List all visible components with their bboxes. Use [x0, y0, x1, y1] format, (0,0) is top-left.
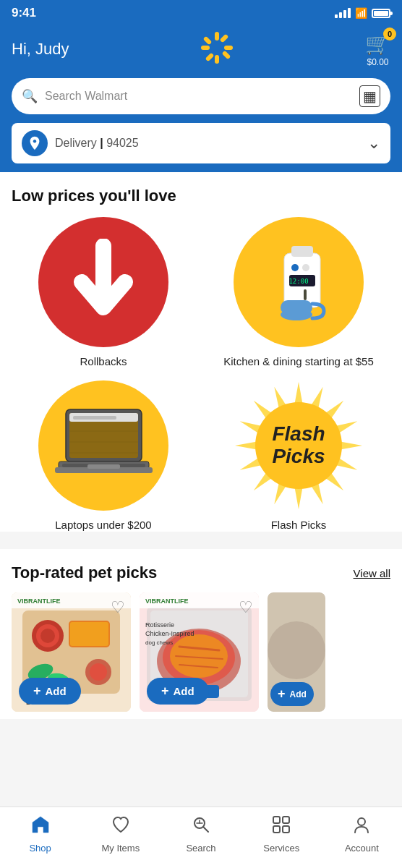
svg-point-14	[302, 264, 309, 271]
status-bar: 9:41 📶	[0, 0, 402, 25]
search-nav-icon	[191, 814, 211, 840]
account-icon	[351, 814, 372, 840]
svg-rect-4	[220, 34, 229, 43]
svg-point-77	[268, 621, 325, 679]
svg-text:VIBRANTLIFE: VIBRANTLIFE	[17, 597, 61, 605]
walmart-logo	[200, 30, 234, 68]
status-time: 9:41	[12, 6, 36, 20]
svg-rect-83	[283, 817, 289, 823]
battery-icon	[372, 9, 390, 18]
svg-rect-12	[304, 289, 307, 300]
nav-shop-label: Shop	[29, 843, 51, 854]
pet-picks-section: Top-rated pet picks View all	[0, 549, 402, 719]
chevron-down-icon[interactable]: ⌄	[367, 134, 380, 153]
svg-rect-1	[215, 55, 219, 64]
view-all-link[interactable]: View all	[354, 567, 390, 579]
svg-rect-24	[73, 416, 116, 420]
delivery-text: Delivery | 94025	[55, 137, 360, 150]
svg-point-56	[90, 663, 107, 681]
cart-price: $0.00	[367, 57, 388, 67]
flash-label-text: Flash Picks	[271, 518, 327, 532]
product-image-third: + Add	[268, 592, 325, 712]
nav-services[interactable]: Services	[241, 814, 322, 854]
svg-point-50	[40, 629, 55, 643]
kitchen-circle: 12:00	[234, 217, 364, 347]
search-bar[interactable]: 🔍 Search Walmart ▦	[12, 78, 390, 114]
greeting-text: Hi, Judy	[12, 40, 69, 59]
nav-shop[interactable]: Shop	[0, 814, 80, 854]
svg-rect-84	[273, 826, 280, 833]
search-container: 🔍 Search Walmart ▦	[0, 78, 402, 123]
nav-account-label: Account	[345, 843, 379, 854]
product-card-bark: VIBRANTLIFE Bark-uterie ♡ + Add	[12, 592, 131, 712]
header: Hi, Judy	[0, 25, 402, 78]
nav-myitems-label: My Items	[101, 843, 140, 854]
laptops-label: Laptops under $200	[55, 518, 151, 532]
svg-text:Chicken-Inspired: Chicken-Inspired	[145, 630, 194, 637]
search-placeholder[interactable]: Search Walmart	[45, 90, 352, 103]
svg-text:12:00: 12:00	[288, 278, 308, 285]
rollbacks-label: Rollbacks	[80, 354, 127, 369]
search-icon: 🔍	[22, 88, 38, 104]
svg-point-86	[358, 818, 365, 825]
add-button-bark[interactable]: + Add	[19, 678, 81, 705]
product-image-rotisserie: 6lb VIBRANTLIFE Rotisserie Chicken-Inspi…	[140, 592, 259, 712]
svg-rect-82	[273, 817, 280, 823]
signal-icon	[335, 8, 351, 18]
svg-rect-28	[87, 464, 120, 469]
product-card-third: + Add	[268, 592, 325, 712]
svg-rect-7	[222, 51, 231, 60]
svg-rect-0	[215, 32, 219, 41]
bottom-nav: Shop My Items Search	[0, 807, 402, 868]
delivery-icon	[22, 130, 48, 156]
svg-rect-2	[201, 46, 210, 50]
wishlist-button-rotisserie[interactable]: ♡	[239, 598, 253, 617]
add-button-third[interactable]: + Add	[270, 682, 314, 706]
nav-account[interactable]: Account	[322, 814, 402, 854]
laptops-circle	[38, 380, 168, 511]
promo-grid: Rollbacks	[12, 217, 390, 532]
svg-rect-5	[205, 53, 215, 62]
nav-services-label: Services	[263, 843, 299, 854]
nav-search-label: Search	[186, 843, 215, 854]
promo-flash[interactable]: FlashPicks Flash Picks	[207, 380, 390, 532]
wifi-icon: 📶	[355, 7, 367, 19]
flash-label: FlashPicks	[272, 423, 325, 468]
nav-myitems[interactable]: My Items	[80, 814, 161, 854]
svg-rect-6	[203, 36, 213, 46]
promo-kitchen[interactable]: 12:00 Kitchen & dining starting at $55	[207, 217, 390, 369]
pet-header: Top-rated pet picks View all	[12, 563, 390, 582]
svg-rect-85	[283, 826, 289, 833]
flash-circle: FlashPicks	[234, 380, 364, 511]
barcode-icon[interactable]: ▦	[359, 85, 380, 107]
nav-search[interactable]: Search	[161, 814, 241, 854]
add-button-rotisserie[interactable]: + Add	[147, 678, 209, 705]
shop-icon	[30, 814, 51, 840]
kitchen-label: Kitchen & dining starting at $55	[223, 354, 374, 369]
svg-rect-3	[224, 46, 233, 50]
main-content: Low prices you'll love Rollbacks	[0, 172, 402, 532]
product-card-rotisserie: 6lb VIBRANTLIFE Rotisserie Chicken-Inspi…	[140, 592, 259, 712]
svg-line-79	[203, 827, 208, 832]
svg-text:Rotisserie: Rotisserie	[145, 621, 174, 629]
heart-icon	[111, 814, 131, 840]
rollbacks-circle	[38, 217, 168, 347]
status-icons: 📶	[335, 7, 390, 19]
svg-text:VIBRANTLIFE: VIBRANTLIFE	[145, 597, 189, 605]
pet-products-list: VIBRANTLIFE Bark-uterie ♡ + Add	[12, 592, 390, 719]
cart-badge: 0	[383, 27, 396, 41]
promo-rollbacks[interactable]: Rollbacks	[12, 217, 195, 369]
svg-rect-11	[281, 300, 312, 315]
svg-point-13	[291, 264, 299, 271]
delivery-bar: Delivery | 94025 ⌄	[0, 123, 402, 172]
cart-area[interactable]: 🛒 0 $0.00	[365, 32, 390, 67]
svg-text:dog chews: dog chews	[145, 639, 173, 646]
svg-rect-51	[69, 621, 109, 647]
wishlist-button-bark[interactable]: ♡	[111, 598, 125, 617]
product-image-bark: VIBRANTLIFE Bark-uterie ♡ + Add	[12, 592, 131, 712]
promo-laptops[interactable]: Laptops under $200	[12, 380, 195, 532]
low-prices-title: Low prices you'll love	[12, 187, 390, 205]
services-icon	[271, 814, 291, 840]
svg-rect-9	[291, 246, 313, 257]
pet-picks-title: Top-rated pet picks	[12, 563, 157, 582]
